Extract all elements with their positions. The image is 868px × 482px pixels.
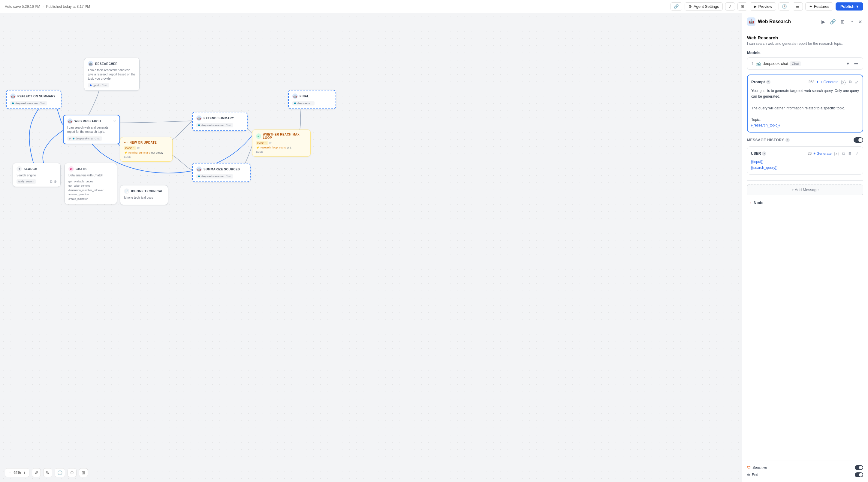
undo-button[interactable]: ↺ xyxy=(32,468,41,477)
search-node-icon: ✦ xyxy=(17,166,22,172)
user-expand-button[interactable]: ⤢ xyxy=(855,150,859,157)
topbar: Auto save 5:29:16 PM · Published today a… xyxy=(0,0,868,13)
prompt-box: Prompt ? 253 ✦ + Generate {x} ⧉ ⤢ xyxy=(747,75,863,133)
final-node[interactable]: 🤖 FINAL deepseek-r... xyxy=(288,90,336,109)
panel-footer: 🛡 Sensitive ⊕ End xyxy=(742,460,868,482)
model-dropdown-button[interactable]: ▾ xyxy=(845,60,850,67)
panel-body: Web Research I can search web and genera… xyxy=(742,30,868,460)
agent-name: Web Research xyxy=(747,35,863,40)
preview-icon: ▶ xyxy=(754,4,757,9)
sensitive-icon: 🛡 xyxy=(747,465,751,470)
end-icon: ⊕ xyxy=(747,473,750,477)
panel-play-button[interactable]: ▶ xyxy=(820,18,826,25)
agent-settings-button[interactable]: ⚙ Agent Settings xyxy=(685,2,723,10)
panel-actions: ▶ 🔗 ⊞ ··· ✕ xyxy=(820,18,863,25)
history-button[interactable]: 🕐 xyxy=(55,468,65,477)
panel-title-icon: 🤖 xyxy=(747,18,755,26)
summarize-icon: 🤖 xyxy=(196,167,202,172)
canvas-inner: 🤖 REFLECT ON SUMMARY deepseek-reasoner C… xyxy=(0,13,742,482)
agent-desc: I can search web and generate report for… xyxy=(747,41,863,46)
reflect-node[interactable]: 🤖 REFLECT ON SUMMARY deepseek-reasoner C… xyxy=(6,90,62,109)
features-icon: ✦ xyxy=(809,4,812,9)
panel-title: 🤖 Web Research xyxy=(747,18,791,26)
user-generate-button[interactable]: + Generate xyxy=(813,151,831,155)
message-history-toggle[interactable] xyxy=(854,137,863,143)
reflect-model-badge: deepseek-reasoner Chat xyxy=(10,101,47,106)
node-section: → Node xyxy=(747,200,863,205)
zoom-in-button[interactable]: + xyxy=(22,470,27,476)
model-settings-button[interactable]: ⚌ xyxy=(853,60,859,67)
prompt-expand-button[interactable]: ⤢ xyxy=(854,79,859,85)
researcher-node[interactable]: 🤖 RESEARCHER I am a topic researcher and… xyxy=(84,58,140,91)
search-copy-btn[interactable]: ⧉ xyxy=(50,179,53,183)
search-add-btn[interactable]: ⊕ xyxy=(54,179,57,183)
panel-columns-button[interactable]: ⊞ xyxy=(839,18,846,25)
chatbi-icon: ⇄ xyxy=(68,166,74,172)
add-node-button[interactable]: ⊕ xyxy=(67,468,76,477)
msg-history-info-icon: ? xyxy=(785,138,790,142)
extend-summary-node[interactable]: 🤖 EXTEND SUMMARY deepseek-reasoner Chat xyxy=(192,112,248,131)
summarize-model-badge: deepseek-reasoner Chat xyxy=(196,174,233,178)
zoom-out-button[interactable]: − xyxy=(7,470,12,476)
plus-icon: ✦ xyxy=(816,80,819,84)
model-row: ⤒ 🐋 deepseek-chat Chat ▾ ⚌ xyxy=(747,57,863,70)
panel-more-button[interactable]: ··· xyxy=(848,18,855,25)
autosave-text: Auto save 5:29:16 PM xyxy=(5,4,40,9)
panel-header: 🤖 Web Research ▶ 🔗 ⊞ ··· ✕ xyxy=(742,13,868,30)
user-copy-button[interactable]: ⧉ xyxy=(841,150,845,157)
node-arrow-icon: → xyxy=(747,200,752,205)
grid-button[interactable]: ⊞ xyxy=(738,2,747,10)
web-research-model-badge: ⇄ deepseek-chat Chat xyxy=(67,136,102,141)
extend-icon: 🤖 xyxy=(196,115,202,121)
user-message-box: USER ? 26 + Generate {x} ⧉ 🗑 ⤢ xyxy=(747,146,863,174)
models-section: Models ⤒ 🐋 deepseek-chat Chat ▾ ⚌ xyxy=(747,51,863,70)
final-icon: 🤖 xyxy=(292,93,298,99)
whether-max-loop-node[interactable]: ✓ WHETHER REACH MAX LOOP CASE 1 IF ⚡ res… xyxy=(252,130,311,157)
panel-link-button[interactable]: 🔗 xyxy=(829,18,837,25)
end-toggle[interactable] xyxy=(855,472,863,477)
topbar-left: Auto save 5:29:16 PM · Published today a… xyxy=(5,4,90,9)
summarize-sources-node[interactable]: 🤖 SUMMARIZE SOURCES deepseek-reasoner Ch… xyxy=(192,163,251,182)
right-panel: 🤖 Web Research ▶ 🔗 ⊞ ··· ✕ Web Research … xyxy=(742,13,868,482)
iphone-technical-node[interactable]: 📄 Iphone technical Iphone technical docs xyxy=(120,185,168,205)
panel-close-button[interactable]: ✕ xyxy=(857,18,863,25)
end-row: ⊕ End xyxy=(747,471,863,478)
clock-button[interactable]: 🕐 xyxy=(779,2,790,10)
zoom-level: 62% xyxy=(13,471,21,475)
researcher-model-badge: gpt-4o Chat xyxy=(88,83,109,87)
canvas[interactable]: 🤖 REFLECT ON SUMMARY deepseek-reasoner C… xyxy=(0,13,742,482)
final-model-badge: deepseek-r... xyxy=(292,101,314,106)
user-delete-button[interactable]: 🗑 xyxy=(847,150,853,157)
prompt-info-icon: ? xyxy=(766,80,771,84)
prompt-generate-button[interactable]: ✦ + Generate xyxy=(816,80,838,84)
separator: · xyxy=(42,4,43,9)
preview-button[interactable]: ▶ Preview xyxy=(750,2,776,10)
close-icon[interactable]: ✕ xyxy=(113,119,116,123)
prompt-text: Your goal is to generate targeted web se… xyxy=(751,88,859,128)
whether-icon: ✓ xyxy=(256,134,261,139)
prompt-header: Prompt ? 253 ✦ + Generate {x} ⧉ ⤢ xyxy=(751,79,859,85)
sliders-button[interactable]: ⚌ xyxy=(793,2,803,10)
web-research-node[interactable]: 🤖 WEB RESEARCH ✕ I can search web and ge… xyxy=(63,115,120,144)
sensitive-row: 🛡 Sensitive xyxy=(747,464,863,471)
user-info-icon: ? xyxy=(762,151,766,155)
redo-button[interactable]: ↻ xyxy=(43,468,52,477)
prompt-copy-button[interactable]: ⧉ xyxy=(848,79,852,85)
published-text: Published today at 3:17 PM xyxy=(46,4,90,9)
sensitive-toggle[interactable] xyxy=(855,465,863,470)
model-expand-icon: ⤒ xyxy=(751,62,754,66)
prompt-variable-button[interactable]: {x} xyxy=(840,79,846,85)
publish-button[interactable]: Publish ▾ xyxy=(836,2,863,10)
add-message-button[interactable]: + Add Message xyxy=(747,184,863,195)
link-button[interactable]: 🔗 xyxy=(671,2,682,10)
expand-button[interactable]: ⤢ xyxy=(725,2,735,10)
user-variable-button[interactable]: {x} xyxy=(834,150,839,157)
new-or-update-node[interactable]: ⋯ NEW OR UPDATE CASE 1 IF ⚡ running_summ… xyxy=(120,137,173,162)
researcher-icon: 🤖 xyxy=(88,61,93,66)
grid-view-button[interactable]: ⊞ xyxy=(79,468,88,477)
search-node[interactable]: ✦ Search Search engine tavily_search ⧉ ⊕ xyxy=(12,163,61,187)
chatbi-node[interactable]: ⇄ ChatBI Data analysis with ChatBI get_a… xyxy=(65,163,117,204)
search-tool-badge: tavily_search xyxy=(17,179,36,183)
features-button[interactable]: ✦ Features xyxy=(805,2,833,10)
bottom-toolbar: − 62% + ↺ ↻ 🕐 ⊕ ⊞ xyxy=(5,468,88,477)
